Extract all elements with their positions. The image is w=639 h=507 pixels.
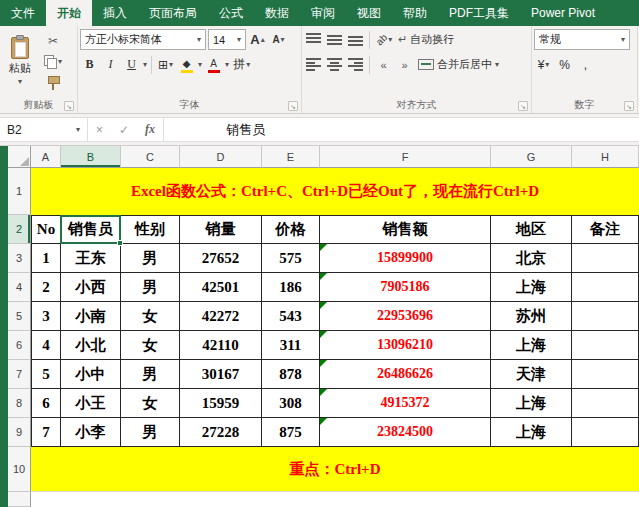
cell-note[interactable] bbox=[572, 302, 639, 331]
align-top-button[interactable] bbox=[304, 29, 323, 50]
tab-review[interactable]: 审阅 bbox=[300, 0, 346, 26]
tab-pdf-tools[interactable]: PDF工具集 bbox=[438, 0, 520, 26]
column-header-d[interactable]: D bbox=[180, 146, 262, 168]
accounting-format-button[interactable]: ¥▾ bbox=[534, 54, 553, 75]
font-color-button[interactable]: A bbox=[204, 54, 223, 75]
cell-note[interactable] bbox=[572, 244, 639, 273]
header-cell-qty[interactable]: 销量 bbox=[180, 215, 262, 244]
fill-color-button[interactable]: ◆ bbox=[177, 54, 196, 75]
align-bottom-button[interactable] bbox=[346, 29, 365, 50]
merge-center-button[interactable]: 合并后居中▾ bbox=[416, 54, 501, 75]
insert-function-button[interactable]: fx bbox=[145, 122, 155, 137]
cell-name[interactable]: 小西 bbox=[61, 273, 121, 302]
row-header-4[interactable]: 4 bbox=[8, 273, 31, 302]
cell-no[interactable]: 5 bbox=[31, 360, 61, 389]
tab-data[interactable]: 数据 bbox=[254, 0, 300, 26]
cell-no[interactable]: 3 bbox=[31, 302, 61, 331]
cell-amount[interactable]: 26486626 bbox=[320, 360, 491, 389]
cell-note[interactable] bbox=[572, 360, 639, 389]
tab-power-pivot[interactable]: Power Pivot bbox=[520, 0, 606, 26]
header-cell-gender[interactable]: 性别 bbox=[121, 215, 180, 244]
cell-amount[interactable]: 4915372 bbox=[320, 389, 491, 418]
header-cell-note[interactable]: 备注 bbox=[572, 215, 639, 244]
copy-button[interactable]: ▾ bbox=[41, 53, 65, 70]
cell-note[interactable] bbox=[572, 331, 639, 360]
number-dialog-launcher[interactable]: ↘ bbox=[624, 101, 634, 111]
cell-gender[interactable]: 男 bbox=[121, 360, 180, 389]
cell-price[interactable]: 875 bbox=[262, 418, 320, 447]
cell-qty[interactable]: 42272 bbox=[180, 302, 262, 331]
increase-indent-button[interactable]: » bbox=[395, 54, 414, 75]
font-size-combo[interactable]: 14▾ bbox=[208, 29, 246, 50]
tab-view[interactable]: 视图 bbox=[346, 0, 392, 26]
italic-button[interactable]: I bbox=[101, 54, 120, 75]
comma-style-button[interactable]: , bbox=[576, 54, 595, 75]
cell-name[interactable]: 小李 bbox=[61, 418, 121, 447]
clipboard-dialog-launcher[interactable]: ↘ bbox=[64, 101, 74, 111]
cell-price[interactable]: 308 bbox=[262, 389, 320, 418]
cut-button[interactable]: ✂ bbox=[41, 32, 65, 49]
cell-region[interactable]: 天津 bbox=[491, 360, 572, 389]
row-header-3[interactable]: 3 bbox=[8, 244, 31, 273]
orientation-button[interactable]: ab▾ bbox=[374, 29, 394, 50]
row-header-8[interactable]: 8 bbox=[8, 389, 31, 418]
column-header-g[interactable]: G bbox=[491, 146, 572, 168]
row-header-stub[interactable] bbox=[8, 492, 31, 507]
cell-name[interactable]: 小王 bbox=[61, 389, 121, 418]
cell-amount[interactable]: 22953696 bbox=[320, 302, 491, 331]
cell-amount[interactable]: 15899900 bbox=[320, 244, 491, 273]
cell-note[interactable] bbox=[572, 273, 639, 302]
decrease-font-size-button[interactable]: A▾ bbox=[269, 29, 288, 50]
cell-qty[interactable]: 27652 bbox=[180, 244, 262, 273]
bold-button[interactable]: B bbox=[80, 54, 99, 75]
align-center-button[interactable] bbox=[325, 54, 344, 75]
cell-region[interactable]: 上海 bbox=[491, 418, 572, 447]
cell-price[interactable]: 186 bbox=[262, 273, 320, 302]
formula-input[interactable]: 销售员 bbox=[164, 118, 639, 141]
row-header-2[interactable]: 2 bbox=[8, 215, 31, 244]
underline-button[interactable]: U bbox=[122, 54, 141, 75]
cell-qty[interactable]: 27228 bbox=[180, 418, 262, 447]
header-cell-name-selected[interactable]: 销售员 bbox=[61, 215, 121, 244]
cell-name[interactable]: 王东 bbox=[61, 244, 121, 273]
row-header-6[interactable]: 6 bbox=[8, 331, 31, 360]
tab-insert[interactable]: 插入 bbox=[92, 0, 138, 26]
tab-home[interactable]: 开始 bbox=[46, 0, 92, 26]
column-header-c[interactable]: C bbox=[121, 146, 180, 168]
column-header-b[interactable]: B bbox=[61, 146, 121, 168]
row-header-7[interactable]: 7 bbox=[8, 360, 31, 389]
cell-region[interactable]: 上海 bbox=[491, 389, 572, 418]
align-left-button[interactable] bbox=[304, 54, 323, 75]
tab-file[interactable]: 文件 bbox=[0, 0, 46, 26]
cell-price[interactable]: 311 bbox=[262, 331, 320, 360]
increase-font-size-button[interactable]: A▴ bbox=[248, 29, 267, 50]
cell-title-banner[interactable]: Excel函数公式：Ctrl+C、Ctrl+D已经Out了，现在流行Ctrl+D bbox=[31, 168, 639, 215]
cell-note[interactable] bbox=[572, 389, 639, 418]
percent-style-button[interactable]: % bbox=[555, 54, 574, 75]
cell-qty[interactable]: 15959 bbox=[180, 389, 262, 418]
borders-button[interactable]: ⊞▾ bbox=[156, 54, 175, 75]
cell-amount[interactable]: 13096210 bbox=[320, 331, 491, 360]
cell-name[interactable]: 小北 bbox=[61, 331, 121, 360]
cell-region[interactable]: 北京 bbox=[491, 244, 572, 273]
cell-region[interactable]: 上海 bbox=[491, 331, 572, 360]
cell-gender[interactable]: 男 bbox=[121, 273, 180, 302]
cell-price[interactable]: 575 bbox=[262, 244, 320, 273]
header-cell-price[interactable]: 价格 bbox=[262, 215, 320, 244]
row-header-5[interactable]: 5 bbox=[8, 302, 31, 331]
cell-no[interactable]: 4 bbox=[31, 331, 61, 360]
tab-formulas[interactable]: 公式 bbox=[208, 0, 254, 26]
name-box[interactable]: B2 ▾ bbox=[0, 118, 88, 141]
phonetic-guide-button[interactable]: 拼▾ bbox=[231, 54, 252, 75]
enter-button[interactable]: ✓ bbox=[119, 123, 129, 137]
header-cell-region[interactable]: 地区 bbox=[491, 215, 572, 244]
cell-no[interactable]: 7 bbox=[31, 418, 61, 447]
column-header-e[interactable]: E bbox=[262, 146, 320, 168]
column-header-f[interactable]: F bbox=[320, 146, 491, 168]
cell-amount[interactable]: 7905186 bbox=[320, 273, 491, 302]
row-header-10[interactable]: 10 bbox=[8, 447, 31, 492]
cell-note[interactable] bbox=[572, 418, 639, 447]
font-name-combo[interactable]: 方正小标宋简体▾ bbox=[80, 29, 206, 50]
fill-handle[interactable] bbox=[117, 240, 123, 246]
decrease-indent-button[interactable]: « bbox=[374, 54, 393, 75]
